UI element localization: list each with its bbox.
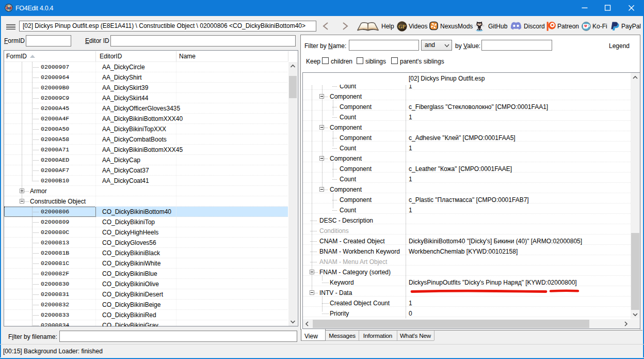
svg-text:GP: GP <box>398 24 406 29</box>
